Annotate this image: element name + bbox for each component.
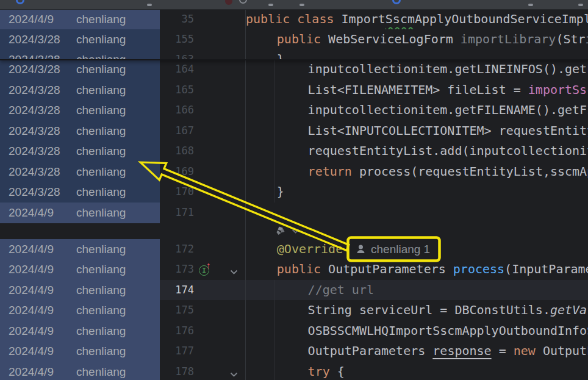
editor-row-165[interactable]: 2024/3/28chenliang165List<FILENAMEITEM> … — [0, 80, 588, 101]
person-icon — [356, 244, 366, 254]
code-token: ApplyOutboundServiceImpl i — [415, 12, 588, 26]
editor-row-172[interactable]: 2024/4/9chenliang172@Overridechenliang 1 — [0, 239, 588, 260]
blame-annotation[interactable]: 2024/3/28chenliang — [0, 80, 160, 101]
blame-annotation[interactable]: 2024/3/28chenliang — [0, 141, 160, 162]
glyph-icon-3[interactable] — [528, 4, 533, 6]
code-line[interactable]: public class ImportSscmApplyOutboundServ… — [246, 9, 588, 29]
fold-chevron-icon[interactable] — [230, 369, 238, 380]
code-line[interactable]: } — [246, 49, 588, 59]
blame-annotation[interactable]: 2024/4/9chenliang — [0, 9, 160, 29]
fold-chevron-icon[interactable] — [230, 267, 238, 278]
editor-row-167[interactable]: 2024/3/28chenliang167List<INPUTCOLLECTIO… — [0, 121, 588, 142]
line-number[interactable]: 167 — [157, 121, 194, 142]
code-line[interactable]: //get url — [246, 280, 588, 301]
line-number[interactable]: 172 — [157, 239, 194, 260]
code-line[interactable]: public OutputParameters process(InputPar… — [246, 259, 588, 280]
editor-row-171[interactable]: 2024/4/9chenliang171 — [0, 203, 588, 223]
editor-row-155[interactable]: 2024/3/28chenliang155public WebServiceLo… — [0, 29, 588, 49]
circle-blue-icon[interactable] — [392, 0, 401, 4]
line-number[interactable]: 168 — [157, 141, 194, 162]
line-number[interactable]: 35 — [157, 9, 194, 29]
glyph-icon-4[interactable] — [578, 4, 583, 6]
editor-row-169[interactable]: 2024/3/28chenliang169return process(requ… — [0, 162, 588, 182]
blame-date: 2024/4/9 — [9, 280, 76, 301]
blame-annotation[interactable]: 2024/4/9chenliang — [0, 239, 160, 260]
line-number[interactable]: 176 — [157, 321, 194, 342]
blame-annotation[interactable]: 2024/4/9chenliang — [0, 259, 160, 280]
line-number[interactable]: 170 — [157, 182, 194, 203]
code-line[interactable]: } — [246, 182, 588, 203]
editor-row-164[interactable]: 2024/3/28chenliang164inputcollectionitem… — [0, 59, 588, 80]
editor-row-35[interactable]: 2024/4/9chenliang35public class ImportSs… — [0, 9, 588, 29]
line-number[interactable]: 171 — [157, 203, 194, 223]
blame-date: 2024/3/28 — [9, 182, 76, 203]
blame-annotation[interactable]: 2024/3/28chenliang — [0, 29, 160, 49]
line-number[interactable]: 173 — [157, 259, 194, 280]
blame-annotation[interactable]: 2024/3/28chenliang — [0, 121, 160, 142]
ai-knot-icon[interactable] — [274, 225, 287, 237]
code-line[interactable]: inputcollectionitem.getFILENAME().getFI — [246, 100, 588, 121]
code-line[interactable]: OSBSSCMWLHQImportSscmApplyOutboundInfoS — [246, 321, 588, 342]
code-line[interactable]: requestEntityList.add(inputcollectionit — [246, 141, 588, 162]
line-number[interactable]: 166 — [157, 100, 194, 121]
editor-row-inlay[interactable] — [0, 223, 588, 239]
line-number[interactable]: 164 — [157, 59, 194, 80]
blame-annotation[interactable]: 2024/4/9chenliang — [0, 321, 160, 342]
editor-row-177[interactable]: 2024/4/9chenliang177OutputParameters res… — [0, 341, 588, 362]
blame-annotation[interactable]: 2024/4/9chenliang — [0, 300, 160, 321]
editor-row-166[interactable]: 2024/3/28chenliang166inputcollectionitem… — [0, 100, 588, 121]
blame-annotation[interactable]: 2024/3/28chenliang — [0, 182, 160, 203]
code-line[interactable]: List<INPUTCOLLECTIONITEM> requestEntity — [246, 121, 588, 142]
editor-row-176[interactable]: 2024/4/9chenliang176OSBSSCMWLHQImportSsc… — [0, 321, 588, 342]
editor-row-174[interactable]: 2024/4/9chenliang174//get url — [0, 280, 588, 301]
code-line[interactable]: public WebServiceLogForm importLibrary(S… — [246, 29, 588, 49]
circle-gray-icon[interactable] — [239, 0, 247, 4]
editor-row-173[interactable]: 2024/4/9chenliang173I↑public OutputParam… — [0, 259, 588, 280]
blame-annotation[interactable]: 2024/4/9chenliang — [0, 341, 160, 362]
blame-author: chenliang — [76, 84, 126, 96]
line-number[interactable]: 165 — [157, 80, 194, 101]
line-number[interactable]: 175 — [157, 300, 194, 321]
code-line[interactable]: String serviceUrl = DBConstUtils.getVal — [246, 300, 588, 321]
run-circle-icon[interactable] — [16, 0, 24, 4]
dots-icon[interactable] — [147, 4, 152, 6]
code-token: (InputParame — [504, 262, 588, 276]
editor-row-168[interactable]: 2024/3/28chenliang168requestEntityList.a… — [0, 141, 588, 162]
editor-row-170[interactable]: 2024/3/28chenliang170} — [0, 182, 588, 203]
code-line[interactable]: try { — [246, 362, 588, 380]
author-code-vision-inlay[interactable]: chenliang 1 — [356, 239, 430, 260]
code-line[interactable]: List<FILENAMEITEM> fileList = importSscm — [246, 80, 588, 101]
line-number[interactable]: 174 — [157, 280, 194, 301]
interline-ai-icons[interactable] — [274, 225, 299, 239]
blame-date: 2024/4/9 — [9, 362, 76, 380]
glyph-icon-2[interactable] — [299, 4, 304, 6]
blame-annotation[interactable]: 2024/3/28chenliang — [0, 162, 160, 182]
code-line[interactable]: return process(requestEntityList,sscmAp — [246, 162, 588, 182]
chevron-down-icon[interactable] — [292, 226, 299, 237]
blame-annotation[interactable]: 2024/4/9chenliang — [0, 280, 160, 301]
blame-annotation[interactable]: 2024/3/28chenliang — [0, 100, 160, 121]
line-number[interactable]: 177 — [157, 341, 194, 362]
implementing-method-icon[interactable]: I↑ — [199, 264, 209, 276]
code-token: } — [277, 184, 284, 199]
editor-row-163[interactable]: 2024/3/28chenliang163} — [0, 49, 588, 59]
editor-row-178[interactable]: 2024/4/9chenliang178try { — [0, 362, 588, 380]
blame-annotation[interactable]: 2024/4/9chenliang — [0, 203, 160, 223]
line-number[interactable]: 155 — [157, 29, 194, 49]
blame-author: chenliang — [76, 63, 126, 76]
blame-annotation[interactable]: 2024/3/28chenliang — [0, 49, 160, 59]
blame-date: 2024/4/9 — [9, 300, 76, 321]
line-number[interactable]: 163 — [157, 49, 194, 59]
profile-dark-icon[interactable] — [225, 0, 232, 5]
line-number[interactable]: 169 — [157, 162, 194, 182]
code-line[interactable]: OutputParameters response = new OutputP — [246, 341, 588, 362]
blame-annotation[interactable]: 2024/3/28chenliang — [0, 59, 160, 80]
glyph-icon[interactable] — [268, 4, 273, 6]
partially-scrolled-row: 2024/3/28chenliang163} — [0, 49, 588, 59]
code-token: //get url — [308, 282, 374, 297]
blame-author: chenliang — [76, 263, 126, 276]
blame-annotation[interactable]: 2024/4/9chenliang — [0, 362, 160, 380]
code-line[interactable]: inputcollectionitem.getLINEINFOS().getL — [246, 59, 588, 80]
editor-row-175[interactable]: 2024/4/9chenliang175String serviceUrl = … — [0, 300, 588, 321]
line-number[interactable]: 178 — [157, 362, 194, 380]
